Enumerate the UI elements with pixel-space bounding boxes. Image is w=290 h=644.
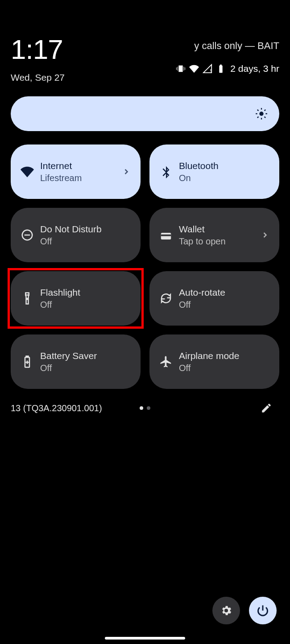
tile-flashlight[interactable]: Flashlight Off — [11, 271, 141, 326]
svg-point-15 — [27, 298, 28, 300]
wifi-icon — [189, 64, 199, 74]
gear-icon — [220, 604, 232, 617]
autorotate-icon — [159, 292, 173, 305]
clock-time: 1:17 — [11, 36, 65, 63]
settings-button[interactable] — [212, 597, 240, 624]
tile-subtitle: On — [179, 173, 269, 183]
tile-airplane[interactable]: Airplane mode Off — [149, 334, 279, 389]
chevron-right-icon — [261, 231, 269, 239]
chevron-right-icon — [122, 167, 131, 176]
quick-settings-grid: Internet Lifestream Bluetooth On Do Not … — [0, 131, 290, 389]
tile-title: Wallet — [179, 224, 254, 235]
svg-point-1 — [259, 111, 263, 116]
tile-subtitle: Off — [40, 236, 131, 247]
svg-rect-14 — [25, 293, 29, 295]
status-block: y calls only — BAIT ! 2 days, 3 hr — [176, 36, 279, 74]
tile-title: Auto-rotate — [179, 287, 269, 298]
edit-icon[interactable] — [261, 402, 272, 414]
clock-date: Wed, Sep 27 — [11, 72, 65, 83]
tile-subtitle: Off — [179, 300, 269, 310]
svg-rect-17 — [26, 356, 29, 358]
page-indicator — [140, 406, 150, 410]
signal-icon: ! — [203, 64, 212, 74]
tile-autorotate[interactable]: Auto-rotate Off — [149, 271, 279, 326]
svg-line-5 — [265, 117, 265, 118]
carrier-text: y calls only — BAIT — [194, 40, 279, 52]
battery-text: 2 days, 3 hr — [230, 63, 279, 74]
wifi-icon — [21, 165, 34, 178]
svg-text:!: ! — [210, 68, 211, 74]
tile-batterysaver[interactable]: Battery Saver Off — [11, 334, 141, 389]
tile-dnd[interactable]: Do Not Disturb Off — [11, 208, 141, 262]
build-number: 13 (TQ3A.230901.001) — [11, 403, 102, 413]
wallet-icon — [159, 228, 173, 242]
battery-saver-icon — [21, 355, 34, 368]
tile-title: Do Not Disturb — [40, 224, 131, 235]
svg-line-9 — [265, 110, 265, 111]
tile-subtitle: Lifestream — [40, 173, 116, 183]
tile-subtitle: Tap to open — [179, 236, 254, 247]
svg-line-8 — [257, 117, 258, 118]
brightness-icon — [255, 107, 268, 120]
tile-subtitle: Off — [40, 300, 131, 310]
tile-bluetooth[interactable]: Bluetooth On — [149, 144, 279, 199]
airplane-icon — [159, 355, 173, 368]
dnd-icon — [21, 228, 34, 242]
page-dot — [147, 406, 150, 410]
bluetooth-icon — [159, 165, 173, 178]
tile-subtitle: Off — [40, 363, 131, 373]
tile-title: Airplane mode — [179, 351, 269, 361]
svg-line-4 — [257, 110, 258, 111]
power-button[interactable] — [249, 597, 277, 624]
tile-wallet[interactable]: Wallet Tap to open — [149, 208, 279, 262]
home-handle[interactable] — [105, 637, 185, 640]
tile-internet[interactable]: Internet Lifestream — [11, 144, 141, 199]
tile-title: Bluetooth — [179, 161, 269, 171]
flashlight-icon — [21, 292, 34, 305]
tile-subtitle: Off — [179, 363, 269, 373]
brightness-slider[interactable] — [11, 96, 279, 131]
tile-title: Internet — [40, 161, 116, 171]
tile-title: Flashlight — [40, 287, 131, 298]
power-icon — [257, 604, 269, 617]
clock-block: 1:17 Wed, Sep 27 — [11, 36, 65, 83]
battery-icon — [216, 64, 226, 74]
vibrate-icon — [176, 64, 186, 74]
page-dot — [140, 406, 143, 410]
tile-title: Battery Saver — [40, 351, 131, 361]
svg-rect-13 — [161, 235, 171, 236]
